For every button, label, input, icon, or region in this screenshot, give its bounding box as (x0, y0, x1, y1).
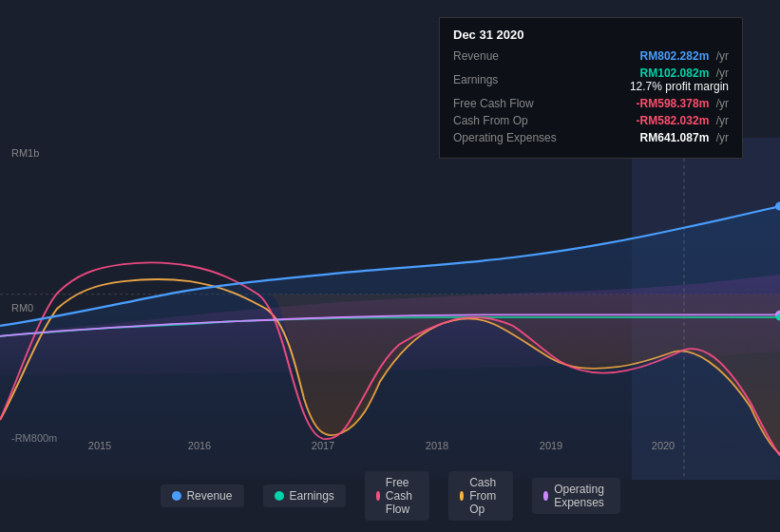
legend-earnings[interactable]: Earnings (262, 484, 345, 507)
x-label-2020: 2020 (652, 440, 675, 451)
profit-margin: 12.7% profit margin (630, 80, 729, 93)
x-label-2018: 2018 (426, 440, 448, 451)
earnings-row: Earnings RM102.082m /yr 12.7% profit mar… (453, 66, 729, 93)
x-label-2015: 2015 (88, 440, 111, 451)
revenue-dot (171, 491, 181, 501)
legend-cashop[interactable]: Cash From Op (448, 471, 513, 521)
tooltip-date: Dec 31 2020 (453, 28, 729, 42)
earnings-legend-label: Earnings (289, 489, 333, 503)
revenue-row: Revenue RM802.282m /yr (453, 49, 729, 63)
x-label-2016: 2016 (188, 440, 211, 451)
cashop-value: -RM582.032m /yr (637, 114, 729, 127)
cashop-dot (460, 491, 464, 501)
earnings-value: RM102.082m /yr (640, 66, 729, 80)
opex-legend-label: Operating Expenses (554, 483, 608, 509)
opex-dot (543, 491, 548, 501)
opex-row: Operating Expenses RM641.087m /yr (453, 131, 729, 144)
fcf-value: -RM598.378m /yr (637, 97, 729, 110)
x-label-2019: 2019 (540, 440, 562, 451)
revenue-label: Revenue (453, 49, 567, 63)
legend: Revenue Earnings Free Cash Flow Cash Fro… (160, 471, 619, 521)
fcf-row: Free Cash Flow -RM598.378m /yr (453, 97, 729, 110)
earnings-label: Earnings (453, 73, 567, 86)
cashop-label: Cash From Op (453, 114, 567, 127)
cashop-row: Cash From Op -RM582.032m /yr (453, 114, 729, 127)
revenue-legend-label: Revenue (186, 489, 232, 503)
opex-label: Operating Expenses (453, 131, 567, 144)
fcf-legend-label: Free Cash Flow (386, 476, 418, 516)
revenue-value: RM802.282m /yr (640, 49, 729, 63)
chart-svg (0, 138, 780, 480)
legend-fcf[interactable]: Free Cash Flow (365, 471, 429, 521)
legend-opex[interactable]: Operating Expenses (532, 478, 620, 514)
x-label-2017: 2017 (312, 440, 334, 451)
cashop-legend-label: Cash From Op (469, 476, 502, 516)
fcf-dot (376, 491, 380, 501)
earnings-dot (274, 491, 283, 501)
legend-revenue[interactable]: Revenue (160, 484, 243, 507)
fcf-label: Free Cash Flow (453, 97, 567, 110)
tooltip-box: Dec 31 2020 Revenue RM802.282m /yr Earni… (439, 17, 743, 159)
opex-value: RM641.087m /yr (640, 131, 729, 144)
